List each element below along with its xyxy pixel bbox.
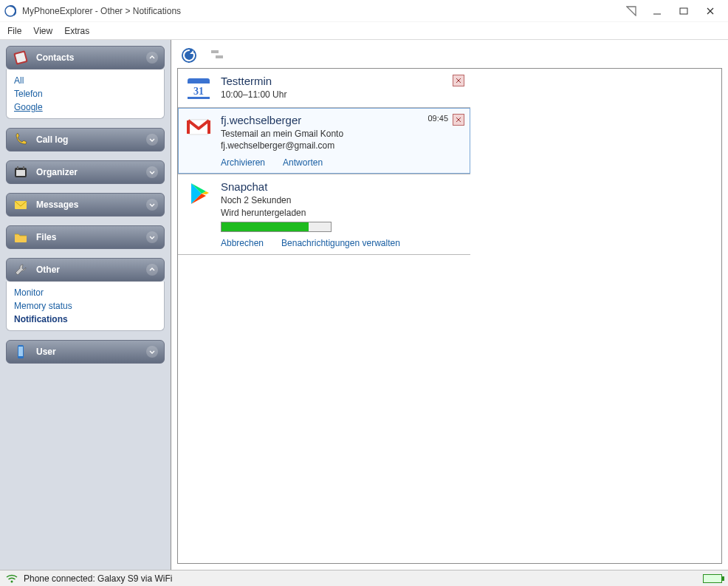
menu-view[interactable]: View [33,26,52,36]
sidebar-item-notifications[interactable]: Notifications [14,313,157,326]
chevron-up-icon [146,52,158,64]
svg-rect-16 [216,55,223,58]
phone-icon [13,132,29,148]
svg-rect-19 [188,97,210,99]
status-text: Phone connected: Galaxy S9 via WiFi [24,573,172,584]
sidebar-item-all[interactable]: All [14,74,157,87]
battery-icon [703,574,722,583]
notification-card[interactable]: Snapchat Noch 2 Sekunden Wird herunterge… [178,174,470,254]
action-cancel[interactable]: Abbrechen [221,238,264,248]
notification-line: fj.wechselberger@gmail.com [221,140,463,151]
action-archive[interactable]: Archivieren [221,157,265,168]
dismiss-button[interactable] [453,114,464,126]
sidebar-header-organizer[interactable]: Organizer [6,160,165,184]
play-store-icon [185,180,212,207]
menu-file[interactable]: File [7,26,21,36]
sidebar-header-messages[interactable]: Messages [6,193,165,217]
sidebar-header-contacts[interactable]: Contacts [6,46,165,69]
chevron-up-icon [146,264,158,276]
chevron-down-icon [146,231,158,243]
notification-line: Noch 2 Sekunden [221,194,463,206]
action-manage-notifications[interactable]: Benachrichtigungen verwalten [281,238,400,248]
app-icon [4,5,16,17]
gmail-icon [185,114,212,140]
chevron-down-icon [146,166,158,178]
svg-rect-15 [211,50,219,53]
notification-line: Testemail an mein Gmail Konto [221,128,463,140]
sidebar-label: Call log [36,134,139,145]
sidebar-item-monitor[interactable]: Monitor [14,286,157,299]
contacts-icon [13,50,29,66]
sidebar-label: Other [36,265,139,275]
sidebar: Contacts All Telefon Google Call log Org… [0,40,171,570]
sidebar-item-google[interactable]: Google [14,100,157,114]
svg-rect-9 [17,166,18,169]
envelope-icon [13,197,29,213]
menu-extras[interactable]: Extras [64,26,89,36]
menubar: File View Extras [0,22,728,40]
notification-line: 10:00–11:00 Uhr [221,89,463,100]
notification-list: 31 Testtermin 10:00–11:00 Uhr [177,68,722,564]
organizer-icon [13,164,29,180]
svg-text:31: 31 [193,86,204,97]
content-area: 31 Testtermin 10:00–11:00 Uhr [171,40,728,570]
chevron-down-icon [146,199,158,211]
notification-title: Testtermin [221,75,463,87]
notification-title: Snapchat [221,180,463,193]
titlebar: MyPhoneExplorer - Other > Notifications [0,0,728,22]
sidebar-body-other: Monitor Memory status Notifications [6,282,165,331]
refresh-button[interactable] [179,45,199,66]
toolbar [177,43,722,68]
sidebar-header-files[interactable]: Files [6,225,165,249]
sidebar-header-other[interactable]: Other [6,258,165,282]
notification-time: 09:45 [427,114,448,123]
restore-down-icon[interactable] [626,6,636,16]
chevron-down-icon [146,346,158,358]
svg-rect-2 [680,8,687,14]
window-title: MyPhoneExplorer - Other > Notifications [22,6,181,16]
svg-rect-8 [16,170,25,176]
chevron-down-icon [146,134,158,146]
action-reply[interactable]: Antworten [283,157,323,168]
sidebar-item-telefon[interactable]: Telefon [14,87,157,100]
notification-line: Wird heruntergeladen [221,207,463,219]
sidebar-label: Files [36,232,139,242]
wrench-icon [13,262,29,278]
sidebar-header-calllog[interactable]: Call log [6,128,165,151]
phone-device-icon [13,344,29,360]
close-button[interactable] [697,1,724,21]
maximize-button[interactable] [670,1,697,21]
notification-card[interactable]: fj.wechselberger Testemail an mein Gmail… [178,108,470,174]
clear-button[interactable] [207,45,227,66]
sidebar-item-memory-status[interactable]: Memory status [14,299,157,313]
minimize-button[interactable] [644,1,670,21]
calendar-icon: 31 [185,75,212,101]
wifi-icon [6,573,18,584]
sidebar-label: Organizer [36,167,139,177]
statusbar: Phone connected: Galaxy S9 via WiFi [0,570,728,586]
notification-title: fj.wechselberger [221,114,463,126]
sidebar-label: Contacts [36,52,139,63]
sidebar-header-user[interactable]: User [6,340,165,364]
notification-card[interactable]: 31 Testtermin 10:00–11:00 Uhr [178,69,470,108]
download-progress [221,222,332,232]
sidebar-label: Messages [36,200,139,210]
svg-rect-13 [18,347,23,356]
sidebar-body-contacts: All Telefon Google [6,69,165,119]
sidebar-label: User [36,347,139,357]
svg-point-26 [11,580,13,582]
folder-icon [13,229,29,245]
dismiss-button[interactable] [453,75,464,86]
svg-rect-10 [23,166,24,169]
